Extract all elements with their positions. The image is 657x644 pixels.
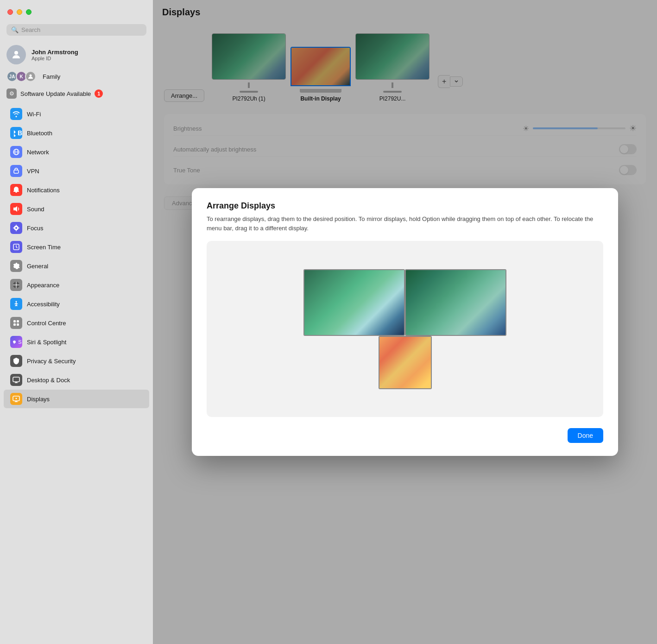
svg-rect-7 bbox=[14, 170, 19, 173]
main-content: Displays Arrange... PI2792Uh (1) bbox=[153, 0, 657, 644]
appearance-icon bbox=[10, 279, 22, 291]
arrange-display-group bbox=[303, 269, 506, 389]
search-icon: 🔍 bbox=[11, 26, 19, 33]
titlebar bbox=[0, 0, 153, 24]
sidebar: 🔍 Search John Armstrong Apple ID JA K bbox=[0, 0, 153, 644]
wifi-icon bbox=[10, 108, 22, 120]
siri-icon: S bbox=[10, 336, 22, 348]
software-update-label: Software Update Available bbox=[20, 90, 91, 97]
search-bar[interactable]: 🔍 Search bbox=[6, 24, 146, 36]
displays-icon bbox=[10, 393, 22, 405]
arr-right-thumbnail bbox=[406, 270, 505, 335]
sidebar-item-screentime-label: Screen Time bbox=[27, 244, 61, 251]
main-window: 🔍 Search John Armstrong Apple ID JA K bbox=[0, 0, 657, 644]
svg-point-0 bbox=[14, 51, 18, 55]
svg-rect-16 bbox=[13, 377, 19, 382]
user-info: John Armstrong Apple ID bbox=[32, 49, 78, 61]
sidebar-item-appearance[interactable]: Appearance bbox=[4, 276, 149, 294]
sidebar-item-notifications-label: Notifications bbox=[27, 187, 60, 194]
minimize-button[interactable] bbox=[17, 9, 22, 15]
svg-rect-13 bbox=[17, 320, 19, 322]
network-icon bbox=[10, 146, 22, 158]
sidebar-item-general-label: General bbox=[27, 263, 48, 270]
vpn-icon bbox=[10, 165, 22, 177]
arrange-bottom-row bbox=[379, 336, 432, 389]
sidebar-item-displays-label: Displays bbox=[27, 396, 50, 403]
focus-icon bbox=[10, 222, 22, 234]
sidebar-item-focus[interactable]: Focus bbox=[4, 219, 149, 237]
modal-description: To rearrange displays, drag them to the … bbox=[207, 215, 603, 233]
svg-rect-14 bbox=[13, 323, 16, 326]
arr-bottom-thumbnail bbox=[379, 337, 431, 388]
sidebar-item-vpn[interactable]: VPN bbox=[4, 162, 149, 180]
sidebar-item-focus-label: Focus bbox=[27, 225, 43, 232]
sidebar-item-displays[interactable]: Displays bbox=[4, 390, 149, 408]
arrange-display-bottom[interactable] bbox=[379, 336, 432, 389]
notifications-icon bbox=[10, 184, 22, 196]
sidebar-item-sound[interactable]: Sound bbox=[4, 200, 149, 218]
family-row[interactable]: JA K Family bbox=[0, 68, 153, 85]
sidebar-item-appearance-label: Appearance bbox=[27, 282, 59, 289]
search-input[interactable]: Search bbox=[21, 26, 142, 33]
arrange-top-row bbox=[303, 269, 506, 336]
family-avatar-3 bbox=[25, 71, 36, 82]
desktop-icon bbox=[10, 374, 22, 386]
update-icon: ⚙ bbox=[6, 88, 17, 99]
arr-left-thumbnail bbox=[304, 270, 404, 335]
sidebar-section: Wi-Fi B Bluetooth Network bbox=[0, 102, 153, 644]
sidebar-item-notifications[interactable]: Notifications bbox=[4, 181, 149, 199]
done-button[interactable]: Done bbox=[568, 428, 603, 443]
modal-overlay: Arrange Displays To rearrange displays, … bbox=[153, 0, 657, 644]
svg-marker-8 bbox=[13, 206, 17, 212]
svg-point-11 bbox=[16, 301, 17, 303]
svg-rect-15 bbox=[17, 323, 19, 326]
user-profile[interactable]: John Armstrong Apple ID bbox=[0, 41, 153, 68]
svg-point-20 bbox=[16, 398, 17, 399]
privacy-icon bbox=[10, 355, 22, 367]
family-label: Family bbox=[43, 73, 60, 80]
sidebar-item-sound-label: Sound bbox=[27, 206, 44, 213]
sidebar-item-accessibility[interactable]: Accessibility bbox=[4, 295, 149, 313]
maximize-button[interactable] bbox=[26, 9, 32, 15]
close-button[interactable] bbox=[7, 9, 13, 15]
avatar bbox=[6, 45, 26, 64]
modal-title: Arrange Displays bbox=[207, 201, 603, 211]
update-badge: 1 bbox=[95, 89, 103, 98]
user-name: John Armstrong bbox=[32, 49, 78, 56]
sidebar-item-control-label: Control Centre bbox=[27, 320, 66, 327]
svg-point-1 bbox=[30, 75, 32, 77]
sidebar-item-screentime[interactable]: Screen Time bbox=[4, 238, 149, 256]
screentime-icon bbox=[10, 241, 22, 253]
sidebar-item-vpn-label: VPN bbox=[27, 168, 39, 175]
sidebar-item-control[interactable]: Control Centre bbox=[4, 314, 149, 332]
arrange-canvas bbox=[207, 241, 603, 417]
family-avatars: JA K bbox=[6, 71, 34, 82]
control-icon bbox=[10, 317, 22, 329]
sidebar-item-privacy[interactable]: Privacy & Security bbox=[4, 352, 149, 370]
sidebar-item-wifi-label: Wi-Fi bbox=[27, 111, 41, 118]
software-update[interactable]: ⚙ Software Update Available 1 bbox=[0, 85, 153, 102]
sidebar-item-accessibility-label: Accessibility bbox=[27, 301, 60, 308]
sound-icon bbox=[10, 203, 22, 215]
sidebar-item-privacy-label: Privacy & Security bbox=[27, 358, 76, 365]
accessibility-icon bbox=[10, 298, 22, 310]
bluetooth-icon: B bbox=[10, 127, 22, 139]
sidebar-item-general[interactable]: General bbox=[4, 257, 149, 275]
sidebar-item-desktop-label: Desktop & Dock bbox=[27, 377, 70, 384]
sidebar-item-siri-label: Siri & Spotlight bbox=[27, 339, 66, 346]
sidebar-item-wifi[interactable]: Wi-Fi bbox=[4, 105, 149, 123]
sidebar-item-network-label: Network bbox=[27, 149, 49, 156]
sidebar-item-network[interactable]: Network bbox=[4, 143, 149, 161]
gear-icon bbox=[10, 260, 22, 272]
sidebar-item-siri[interactable]: S Siri & Spotlight bbox=[4, 333, 149, 351]
sidebar-item-bluetooth-label: Bluetooth bbox=[27, 130, 52, 137]
svg-text:⚙: ⚙ bbox=[9, 90, 14, 97]
svg-rect-12 bbox=[13, 320, 16, 322]
arrange-display-right[interactable] bbox=[405, 269, 506, 336]
sidebar-item-desktop[interactable]: Desktop & Dock bbox=[4, 371, 149, 389]
sidebar-item-bluetooth[interactable]: B Bluetooth bbox=[4, 124, 149, 142]
user-apple-id: Apple ID bbox=[32, 56, 78, 61]
arrange-display-left[interactable] bbox=[303, 269, 405, 336]
arrange-displays-modal: Arrange Displays To rearrange displays, … bbox=[192, 188, 618, 456]
modal-footer: Done bbox=[207, 428, 603, 443]
